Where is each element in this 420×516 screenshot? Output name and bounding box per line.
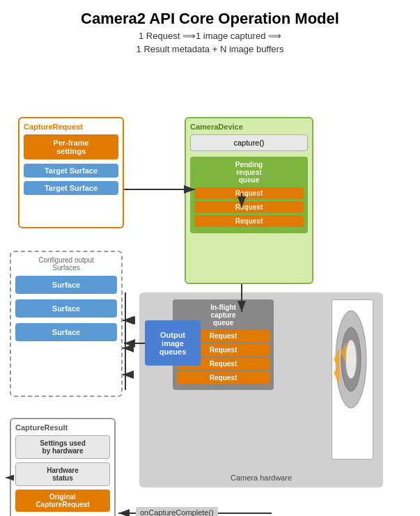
output-queue-box: Outputimagequeues [145,320,201,366]
output-surfaces-box: Configured outputSurfaces Surface Surfac… [10,251,123,397]
capture-request-box: CaptureRequest Per-framesettings Target … [18,117,124,228]
main-title: Camera2 API Core Operation Model [0,10,420,28]
surface-box-2: Surface [15,299,117,318]
title-area: Camera2 API Core Operation Model 1 Reque… [0,0,420,54]
svg-point-2 [345,340,357,379]
capture-result-label: CaptureResult [15,423,110,432]
subtitle-line1: 1 Request ⟹1 image captured ⟹ [0,31,420,41]
hardware-label: Camera hardware [139,474,383,482]
target-surface-box-2: Target Surface [24,181,118,195]
capture-request-label: CaptureRequest [24,123,118,131]
request-item-2: Request [194,201,304,213]
lens-svg [332,300,371,419]
camera-device-label: CameraDevice [190,123,308,131]
original-capture-box: OriginalCaptureRequest [15,490,110,512]
inflight-request-4: Request [177,372,270,384]
on-capture-complete-label: onCaptureComplete() [136,507,218,516]
request-item-1: Request [194,187,304,199]
pending-queue-label: Pendingrequestqueue [194,161,304,184]
settings-hw-box: Settings usedby hardware [15,435,110,459]
subtitle-line2: 1 Result metadata + N image buffers [0,44,420,54]
capture-func-box: capture() [190,134,308,151]
output-surfaces-label: Configured outputSurfaces [15,256,117,272]
request-item-3: Request [194,215,304,227]
camera-device-box: CameraDevice capture() Pendingrequestque… [185,117,313,284]
surface-box-3: Surface [15,323,117,341]
surface-box-1: Surface [15,276,117,294]
target-surface-box-1: Target Surface [24,164,118,178]
pending-queue-box: Pendingrequestqueue Request Request Requ… [190,157,308,233]
per-frame-box: Per-framesettings [24,134,118,159]
capture-result-box: CaptureResult Settings usedby hardware H… [10,418,116,516]
camera-hw-box [332,299,373,460]
hw-status-box: Hardwarestatus [15,462,110,486]
output-queue-label: Outputimagequeues [160,331,187,356]
